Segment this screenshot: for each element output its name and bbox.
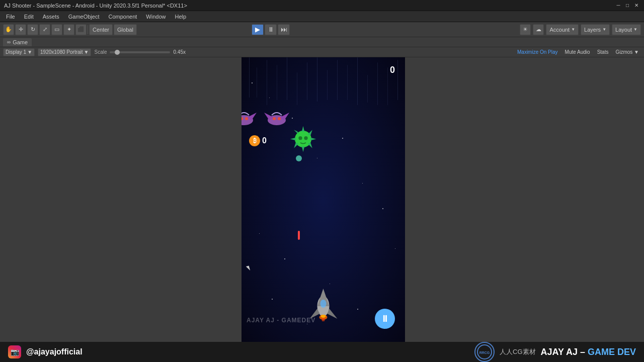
- svg-point-9: [245, 117, 248, 120]
- title-bar: AJ Shooter - SampleScene - Android - Uni…: [0, 0, 644, 11]
- minimize-button[interactable]: ─: [615, 2, 622, 9]
- rain-streak: [257, 67, 257, 98]
- star: [252, 82, 253, 83]
- pause-button-ingame[interactable]: ⏸: [375, 309, 395, 329]
- space-background: 0: [242, 57, 405, 344]
- svg-marker-17: [310, 138, 316, 141]
- rain-streak: [397, 60, 398, 100]
- star: [284, 258, 285, 259]
- svg-text:RRCG: RRCG: [479, 351, 490, 354]
- star: [395, 248, 395, 249]
- scale-label: Scale: [94, 49, 107, 55]
- menu-gameobject[interactable]: GameObject: [64, 13, 104, 21]
- bitcoin-counter: ₿ 0: [249, 135, 267, 146]
- gizmos-button[interactable]: Gizmos ▼: [613, 49, 641, 55]
- svg-marker-23: [308, 143, 312, 148]
- game-viewport[interactable]: 0: [242, 57, 405, 344]
- menu-file[interactable]: File: [2, 13, 19, 21]
- global-toggle[interactable]: Global: [114, 24, 137, 35]
- game-watermark: AJAY AJ - GAMEDEV: [247, 317, 375, 324]
- toolbar: ✋ ✛ ↻ ⤢ ▭ ✦ ⬛ Center Global ▶ ⏸ ⏭ ☀ ☁ Ac…: [0, 22, 644, 37]
- play-button[interactable]: ▶: [252, 24, 264, 35]
- view-controls-right: Maximize On Play Mute Audio Stats Gizmos…: [515, 49, 641, 55]
- account-label: Account: [549, 27, 570, 33]
- tool-buttons: ✋ ✛ ↻ ⤢ ▭ ✦ ⬛: [3, 24, 87, 35]
- star: [259, 233, 260, 234]
- rain-streak: [327, 70, 328, 100]
- svg-marker-19: [290, 138, 296, 141]
- menu-edit[interactable]: Edit: [20, 13, 38, 21]
- maximize-button[interactable]: □: [624, 2, 631, 9]
- rain-streak: [377, 62, 378, 105]
- rotate-tool-button[interactable]: ↻: [27, 24, 38, 35]
- menu-help[interactable]: Help: [171, 13, 190, 21]
- rain-streak: [277, 65, 277, 100]
- display-arrow: ▼: [27, 49, 32, 55]
- menu-window[interactable]: Window: [142, 13, 170, 21]
- rain-streak: [317, 57, 317, 102]
- maximize-on-play-button[interactable]: Maximize On Play: [515, 49, 560, 55]
- layers-label: Layers: [584, 27, 601, 33]
- toolbar-right: ☀ ☁ Account ▼ Layers ▼ Layout ▼: [520, 24, 641, 35]
- custom-tool-button[interactable]: ⬛: [75, 24, 87, 35]
- star: [357, 309, 358, 310]
- rect-tool-button[interactable]: ▭: [51, 24, 62, 35]
- account-arrow: ▼: [571, 27, 575, 32]
- scale-value: 0.45x: [173, 49, 185, 55]
- menu-bar: File Edit Assets GameObject Component Wi…: [0, 11, 644, 22]
- display-label: Display 1: [6, 49, 26, 55]
- bullet: [298, 231, 300, 240]
- layout-label: Layout: [615, 27, 632, 33]
- scale-tool-button[interactable]: ⤢: [39, 24, 50, 35]
- svg-marker-20: [308, 130, 312, 135]
- svg-marker-22: [294, 143, 298, 148]
- brand-text-right: AJAY AJ – GAME DEV: [541, 347, 636, 357]
- star: [330, 284, 330, 284]
- layers-dropdown[interactable]: Layers ▼: [581, 24, 610, 35]
- center-toggle[interactable]: Center: [89, 24, 113, 35]
- collab-icon[interactable]: ☀: [520, 24, 531, 35]
- transform-tool-button[interactable]: ✦: [63, 24, 74, 35]
- game-tab[interactable]: ∞ Game: [3, 38, 32, 46]
- star: [342, 138, 343, 139]
- resolution-arrow: ▼: [84, 49, 89, 55]
- bottom-bar: 📷 @ajayajofficial RRCG 人人CG素材 AJAY AJ – …: [0, 342, 644, 362]
- score-display: 0: [390, 65, 395, 75]
- main-area: 0: [0, 57, 644, 342]
- spaceship: [309, 286, 337, 321]
- enemy-alien-3: [264, 113, 289, 125]
- scale-slider[interactable]: [110, 51, 170, 53]
- step-button[interactable]: ⏭: [278, 24, 290, 35]
- move-tool-button[interactable]: ✛: [15, 24, 26, 35]
- account-dropdown[interactable]: Account ▼: [546, 24, 579, 35]
- rrcg-logo: RRCG: [474, 342, 495, 362]
- rain-streak: [357, 57, 358, 105]
- scale-thumb[interactable]: [115, 50, 120, 55]
- layout-dropdown[interactable]: Layout ▼: [612, 24, 641, 35]
- pause-button[interactable]: ⏸: [265, 24, 277, 35]
- rain-streak: [307, 62, 307, 100]
- view-controls: Display 1 ▼ 1920x1080 Portrait ▼ Scale 0…: [0, 47, 644, 57]
- menu-component[interactable]: Component: [104, 13, 141, 21]
- resolution-select[interactable]: 1920x1080 Portrait ▼: [38, 48, 91, 56]
- game-tabbar: ∞ Game: [0, 37, 644, 47]
- star: [382, 208, 383, 209]
- hand-tool-button[interactable]: ✋: [3, 24, 14, 35]
- bitcoin-count: 0: [262, 136, 267, 145]
- cloud-icon[interactable]: ☁: [533, 24, 544, 35]
- close-button[interactable]: ✕: [633, 2, 640, 9]
- social-handle: @ajayajofficial: [26, 347, 83, 356]
- green-dot: [296, 155, 302, 161]
- star: [272, 299, 273, 300]
- green-enemy: [289, 125, 317, 153]
- star: [362, 183, 363, 184]
- menu-assets[interactable]: Assets: [39, 13, 63, 21]
- display-select[interactable]: Display 1 ▼: [3, 48, 35, 56]
- svg-point-14: [278, 117, 281, 120]
- svg-marker-16: [302, 126, 305, 132]
- rain-streak: [267, 60, 267, 105]
- enemy-alien-2: [242, 113, 257, 125]
- stats-button[interactable]: Stats: [595, 49, 611, 55]
- mute-audio-button[interactable]: Mute Audio: [563, 49, 592, 55]
- china-brand: 人人CG素材: [500, 347, 536, 356]
